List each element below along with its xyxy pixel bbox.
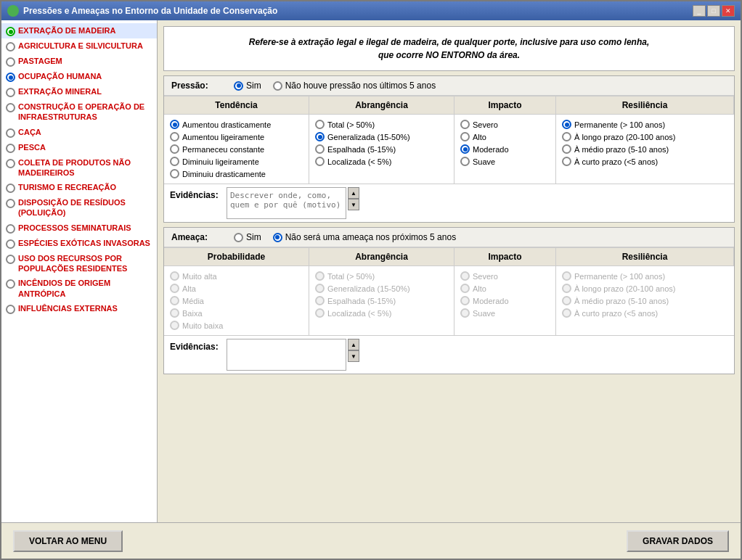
pressao-scroll-down[interactable]: ▼ (348, 199, 359, 210)
radio-option-circle[interactable] (562, 132, 571, 141)
radio-option-label: À curto prazo (<5 anos) (574, 157, 658, 166)
ameaca-nao-radio[interactable] (273, 233, 282, 242)
radio-option-circle (315, 284, 325, 293)
radio-row[interactable]: Generalizada (15-50%) (315, 131, 448, 143)
sidebar-label-agricultura: AGRICULTURA E SILVICULTURA (18, 41, 143, 51)
radio-option-circle[interactable] (460, 132, 470, 141)
sidebar-item-pesca[interactable]: PESCA (1, 140, 157, 155)
radio-option-circle[interactable] (460, 144, 470, 154)
radio-option-label: Baixa (182, 309, 203, 318)
radio-option-circle[interactable] (315, 157, 325, 166)
radio-option-circle[interactable] (315, 144, 325, 154)
ameaca-sim-radio[interactable] (234, 233, 243, 242)
pressao-nao-radio[interactable] (273, 81, 282, 91)
sidebar-label-pastagem: PASTAGEM (18, 56, 62, 66)
save-button[interactable]: GRAVAR DADOS (627, 530, 729, 552)
sidebar-item-extracao-mineral[interactable]: EXTRAÇÃO MINERAL (1, 84, 157, 99)
sidebar-item-agricultura[interactable]: AGRICULTURA E SILVICULTURA (1, 38, 157, 54)
pressao-nao-option[interactable]: Não houve pressão nos últimos 5 anos (273, 81, 436, 91)
pressao-sim-option[interactable]: Sim (234, 81, 261, 91)
pressao-sim-radio[interactable] (234, 81, 243, 91)
sidebar-item-disposicao[interactable]: DISPOSIÇÃO DE RESÍDUOS (POLUIÇÃO) (1, 195, 157, 221)
sidebar-item-extracao-madeira[interactable]: EXTRAÇÃO DE MADEIRA (1, 23, 157, 38)
radio-option-circle[interactable] (562, 157, 571, 166)
radio-row[interactable]: Moderado (460, 143, 550, 155)
sidebar-item-uso-recursos[interactable]: USO DOS RECURSOS POR POPULAÇÕES RESIDENT… (1, 251, 157, 276)
radio-row[interactable]: À curto prazo (<5 anos) (562, 155, 728, 168)
radio-row[interactable]: Localizada (< 5%) (315, 155, 448, 168)
radio-row[interactable]: Total (> 50%) (315, 118, 448, 131)
radio-option-label: Espalhada (5-15%) (327, 297, 396, 305)
sidebar-item-caca[interactable]: CAÇA (1, 125, 157, 140)
sidebar-item-construcao[interactable]: CONSTRUÇÃO E OPERAÇÃO DE INFRAESTRUTURAS (1, 99, 157, 125)
sidebar-item-pastagem[interactable]: PASTAGEM (1, 54, 157, 69)
radio-option-label: Permanente (> 100 anos) (574, 120, 665, 129)
titlebar: Pressões e Ameaças no Entorno da Unidade… (1, 1, 741, 20)
radio-row[interactable]: Diminuiu drasticamente (170, 168, 303, 180)
radio-option-label: Total (> 50%) (327, 272, 375, 281)
radio-row[interactable]: Suave (460, 155, 550, 168)
radio-row: Severo (460, 270, 550, 282)
radio-option-circle[interactable] (170, 120, 179, 129)
pressao-evidencias-input[interactable] (227, 187, 346, 219)
ameaca-evidencias-input[interactable] (227, 339, 346, 371)
pressao-header-tendencia: Tendência (164, 96, 309, 115)
ameaca-sim-option[interactable]: Sim (234, 232, 261, 242)
sidebar-item-incendios[interactable]: INCÊNDIOS DE ORIGEM ANTRÓPICA (1, 276, 157, 301)
sidebar-item-especies[interactable]: ESPÉCIES EXÓTICAS INVASORAS (1, 236, 157, 251)
back-button[interactable]: VOLTAR AO MENU (13, 530, 123, 552)
radio-option-label: À médio prazo (5-10 anos) (574, 145, 669, 154)
ameaca-scroll-down[interactable]: ▼ (348, 350, 359, 362)
sidebar-radio-construcao (6, 103, 15, 112)
radio-option-circle[interactable] (460, 120, 470, 129)
radio-row: Alto (460, 282, 550, 295)
radio-row[interactable]: Aumentou drasticamente (170, 118, 303, 131)
radio-option-label: À médio prazo (5-10 anos) (574, 297, 669, 305)
radio-option-circle (460, 296, 470, 305)
pressao-label: Pressão: (171, 81, 222, 91)
sidebar-radio-processos (6, 224, 15, 234)
radio-option-circle[interactable] (170, 169, 179, 178)
sidebar-item-coleta[interactable]: COLETA DE PRODUTOS NÃO MADEIREIROS (1, 155, 157, 181)
ameaca-impacto-cell: SeveroAltoModeradoSuave (454, 266, 556, 335)
window-body: EXTRAÇÃO DE MADEIRAAGRICULTURA E SILVICU… (1, 20, 741, 522)
minimize-button[interactable]: _ (693, 5, 706, 17)
radio-row[interactable]: Diminuiu ligeiramente (170, 155, 303, 168)
radio-option-circle[interactable] (170, 132, 179, 141)
radio-row[interactable]: Severo (460, 118, 550, 131)
radio-row[interactable]: À médio prazo (5-10 anos) (562, 143, 728, 155)
sidebar-label-coleta: COLETA DE PRODUTOS NÃO MADEIREIROS (18, 157, 152, 178)
ameaca-header-resilencia: Resiliência (556, 248, 734, 266)
radio-row[interactable]: Espalhada (5-15%) (315, 143, 448, 155)
sidebar-item-processos[interactable]: PROCESSOS SEMINATURAIS (1, 221, 157, 236)
radio-row[interactable]: Alto (460, 131, 550, 143)
ameaca-scroll-up[interactable]: ▲ (348, 339, 359, 350)
description-text: Refere-se à extração legal e ilegal de m… (249, 37, 650, 60)
sidebar-item-influencias[interactable]: INFLUÊNCIAS EXTERNAS (1, 301, 157, 316)
radio-row[interactable]: Permanente (> 100 anos) (562, 118, 728, 131)
radio-option-label: À longo prazo (20-100 anos) (574, 133, 675, 141)
sidebar-item-turismo[interactable]: TURISMO E RECREAÇÃO (1, 180, 157, 195)
radio-row[interactable]: Permaneceu constante (170, 143, 303, 155)
radio-option-circle[interactable] (315, 120, 325, 129)
radio-option-circle[interactable] (562, 144, 571, 154)
radio-option-circle[interactable] (460, 157, 470, 166)
sidebar-item-ocupacao-humana[interactable]: OCUPAÇÃO HUMANA (1, 69, 157, 84)
sidebar-radio-coleta (6, 159, 15, 168)
radio-option-circle[interactable] (170, 157, 179, 166)
close-button[interactable]: ✕ (722, 5, 735, 17)
pressao-header-impacto: Impacto (454, 96, 556, 115)
radio-row[interactable]: Aumentou ligeiramente (170, 131, 303, 143)
pressao-scroll-up[interactable]: ▲ (348, 187, 359, 199)
radio-option-circle[interactable] (315, 132, 325, 141)
sidebar-label-ocupacao-humana: OCUPAÇÃO HUMANA (18, 71, 102, 81)
radio-row[interactable]: À longo prazo (20-100 anos) (562, 131, 728, 143)
radio-option-circle[interactable] (562, 120, 571, 129)
sidebar-label-influencias: INFLUÊNCIAS EXTERNAS (18, 303, 118, 313)
sidebar-radio-disposicao (6, 199, 15, 208)
maximize-button[interactable]: □ (707, 5, 720, 17)
radio-option-circle[interactable] (170, 144, 179, 154)
ameaca-evidencias-row: Evidências: ▲ ▼ (164, 335, 734, 374)
ameaca-nao-option[interactable]: Não será uma ameaça nos próximos 5 anos (273, 232, 456, 242)
ameaca-header: Ameaça: Sim Não será uma ameaça nos próx… (164, 228, 734, 247)
